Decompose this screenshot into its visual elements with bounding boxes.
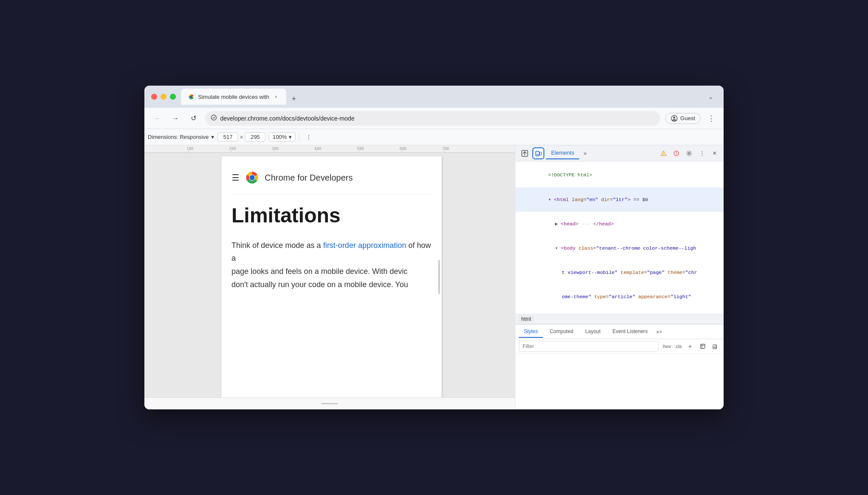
body-tag-line-3: ome-theme" type="article" appearance="li… bbox=[515, 285, 724, 309]
html-tag-line[interactable]: ▾ <html lang="en" dir="ltr"> == $0 bbox=[515, 187, 724, 212]
head-tag-line[interactable]: ▶ <head> ··· </head> bbox=[515, 212, 724, 236]
browser-window: Simulate mobile devices with × + ⌄ ← → ↺… bbox=[144, 86, 724, 409]
svg-text:500: 500 bbox=[357, 147, 364, 151]
ruler-svg: 100 200 300 400 500 600 700 bbox=[146, 145, 513, 153]
devtools-top-bar: Elements » bbox=[515, 145, 724, 161]
styles-tab[interactable]: Styles bbox=[519, 326, 543, 338]
para1-text-start: Think of device mode as a bbox=[232, 241, 323, 250]
zoom-selector[interactable]: 100% ▾ bbox=[269, 132, 295, 141]
warnings-button[interactable] bbox=[658, 148, 669, 159]
maximize-button[interactable] bbox=[170, 94, 176, 100]
url-security-icon bbox=[211, 115, 217, 122]
refresh-button[interactable]: ↺ bbox=[187, 112, 200, 125]
back-button[interactable]: ← bbox=[151, 112, 164, 125]
elements-area[interactable]: <!DOCTYPE html> ▾ <html lang="en" dir="l… bbox=[515, 161, 724, 314]
chrome-favicon bbox=[188, 93, 195, 100]
body-tag-line-2: t viewport--mobile" template="page" them… bbox=[515, 261, 724, 285]
forward-button[interactable]: → bbox=[169, 112, 182, 125]
para2-text: page looks and feels on a mobile device.… bbox=[232, 267, 408, 276]
computed-tab[interactable]: Computed bbox=[545, 326, 578, 338]
para3-text: don't actually run your code on a mobile… bbox=[232, 280, 408, 289]
svg-rect-28 bbox=[540, 152, 541, 155]
svg-text:200: 200 bbox=[229, 147, 236, 151]
filter-icon2-button[interactable] bbox=[711, 342, 720, 351]
styles-filter-input[interactable] bbox=[519, 341, 658, 352]
svg-point-3 bbox=[211, 115, 216, 120]
viewport-scrollbar[interactable] bbox=[438, 260, 440, 294]
svg-point-33 bbox=[676, 154, 676, 154]
body-tag-line-1[interactable]: ▾ <body class="tenant--chrome color-sche… bbox=[515, 236, 724, 261]
event-listeners-tab[interactable]: Event Listeners bbox=[607, 326, 653, 338]
url-bar[interactable]: developer.chrome.com/docs/devtools/devic… bbox=[205, 111, 660, 126]
svg-text:300: 300 bbox=[272, 147, 279, 151]
hamburger-icon[interactable]: ☰ bbox=[232, 173, 239, 183]
filter-cls-button[interactable]: .cls bbox=[675, 344, 682, 349]
filter-icon1-button[interactable] bbox=[698, 342, 707, 351]
errors-button[interactable] bbox=[671, 148, 682, 159]
new-tab-button[interactable]: + bbox=[288, 93, 300, 105]
chrome-logo bbox=[244, 170, 260, 185]
layout-tab[interactable]: Layout bbox=[580, 326, 606, 338]
svg-point-34 bbox=[688, 153, 690, 154]
elements-tab[interactable]: Elements bbox=[546, 147, 579, 159]
bottom-handle bbox=[321, 403, 338, 404]
svg-point-5 bbox=[673, 116, 675, 118]
filter-hov-button[interactable]: :hov bbox=[662, 344, 671, 349]
svg-point-24 bbox=[250, 175, 255, 180]
svg-rect-26 bbox=[536, 151, 539, 156]
width-input[interactable] bbox=[218, 132, 238, 141]
height-input[interactable] bbox=[245, 132, 265, 141]
svg-text:700: 700 bbox=[442, 147, 449, 151]
svg-text:100: 100 bbox=[187, 147, 193, 151]
tab-close-button[interactable]: × bbox=[273, 93, 279, 100]
page-paragraph-1: Think of device mode as a first-order ap… bbox=[232, 239, 431, 291]
dimensions-selector[interactable]: Dimensions: Responsive ▾ bbox=[148, 134, 214, 140]
minimize-button[interactable] bbox=[161, 94, 167, 100]
viewport-content: ☰ bbox=[144, 153, 515, 397]
styles-tabs: Styles Computed Layout Event Listeners »… bbox=[515, 325, 724, 339]
dimensions-label: Dimensions: Responsive bbox=[148, 134, 209, 140]
devtools-panel: Elements » bbox=[515, 145, 724, 409]
viewport-area: 100 200 300 400 500 600 700 ☰ bbox=[144, 145, 515, 409]
tabs-area: Simulate mobile devices with × + bbox=[181, 89, 700, 105]
device-toolbar: Dimensions: Responsive ▾ × 100% ▾ ⋮ bbox=[144, 129, 724, 145]
main-area: 100 200 300 400 500 600 700 ☰ bbox=[144, 145, 724, 409]
breadcrumb[interactable]: html bbox=[519, 316, 534, 322]
more-options-button[interactable]: ⋮ bbox=[303, 131, 315, 143]
more-tabs-button[interactable]: » bbox=[581, 148, 589, 158]
close-button[interactable] bbox=[151, 94, 157, 100]
devtools-more-button[interactable]: ⋮ bbox=[696, 148, 707, 159]
page-heading: Limitations bbox=[232, 204, 431, 227]
svg-text:400: 400 bbox=[314, 147, 321, 151]
page-content: ☰ bbox=[221, 156, 442, 299]
svg-rect-35 bbox=[701, 344, 705, 348]
title-bar: Simulate mobile devices with × + ⌄ bbox=[144, 86, 724, 108]
site-header: ☰ bbox=[232, 165, 431, 194]
site-title: Chrome for Developers bbox=[265, 173, 353, 183]
device-frame: ☰ bbox=[221, 156, 442, 397]
devtools-close-button[interactable]: × bbox=[709, 148, 720, 159]
address-bar: ← → ↺ developer.chrome.com/docs/devtools… bbox=[144, 108, 724, 129]
settings-button[interactable] bbox=[684, 148, 695, 159]
active-tab[interactable]: Simulate mobile devices with × bbox=[181, 89, 286, 105]
url-text: developer.chrome.com/docs/devtools/devic… bbox=[220, 115, 654, 122]
traffic-lights bbox=[151, 94, 176, 100]
toolbar-separator bbox=[299, 133, 299, 141]
profile-label: Guest bbox=[680, 115, 695, 121]
chevron-down-icon[interactable]: ⌄ bbox=[705, 91, 717, 103]
bottom-bar bbox=[144, 397, 515, 409]
browser-menu-button[interactable]: ⋮ bbox=[706, 112, 717, 125]
first-order-link[interactable]: first-order approximation bbox=[323, 241, 406, 250]
device-mode-icon-button[interactable] bbox=[532, 147, 544, 159]
styles-area: Styles Computed Layout Event Listeners »… bbox=[515, 324, 724, 409]
profile-button[interactable]: Guest bbox=[665, 113, 701, 124]
breadcrumb-bar: html bbox=[515, 314, 724, 324]
more-style-tabs[interactable]: »> bbox=[656, 329, 662, 335]
dimension-inputs: × bbox=[218, 132, 265, 141]
inspect-icon-button[interactable] bbox=[519, 147, 531, 159]
filter-add-button[interactable]: + bbox=[685, 342, 695, 351]
tab-title: Simulate mobile devices with bbox=[198, 94, 269, 100]
horizontal-ruler: 100 200 300 400 500 600 700 bbox=[144, 145, 515, 153]
zoom-dropdown-icon: ▾ bbox=[289, 134, 292, 140]
dropdown-arrow-icon: ▾ bbox=[211, 134, 214, 140]
